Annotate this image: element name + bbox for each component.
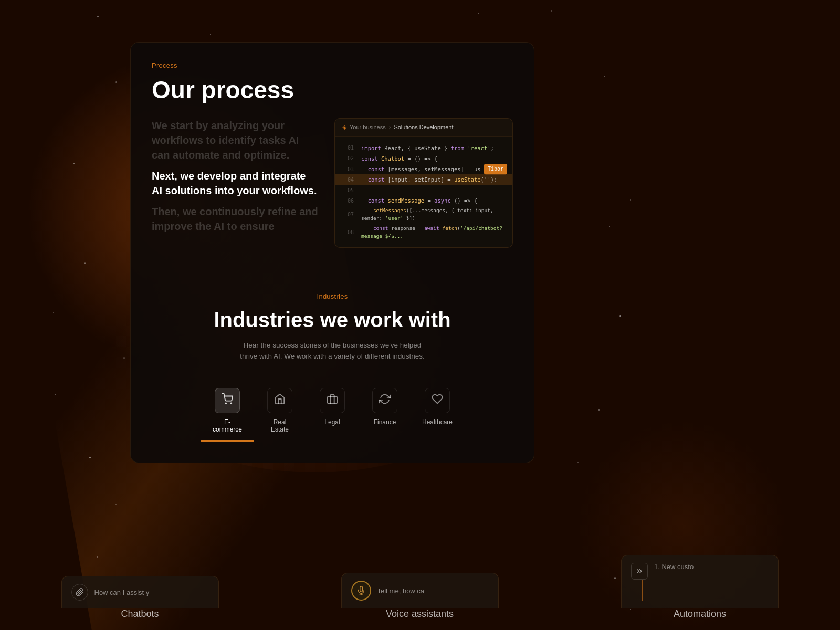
healthcare-label: Healthcare <box>422 418 453 426</box>
code-line-2: 02 const Chatbot = () => { <box>335 153 512 164</box>
healthcare-icon-wrap <box>425 388 450 413</box>
code-breadcrumb: ◈ Your business › Solutions Development <box>335 119 512 136</box>
code-line-5: 05 <box>335 185 512 196</box>
code-line-1: 01 import React, { useState } from 'reac… <box>335 143 512 153</box>
breadcrumb-icon: ◈ <box>342 124 346 131</box>
process-text-step1: We start by analyzing your workflows to … <box>152 118 319 162</box>
breadcrumb-item1: Your business <box>350 124 386 130</box>
tab-realestate[interactable]: Real Estate <box>254 381 306 442</box>
legal-icon-wrap <box>320 388 345 413</box>
voice-section: Tell me, how ca Voice assistants <box>280 573 560 630</box>
ecommerce-label: E-commerce <box>212 418 243 433</box>
automation-line <box>642 580 643 601</box>
chatbot-input-preview: How can I assist y <box>94 589 150 596</box>
realestate-icon <box>274 393 286 407</box>
code-panel: ◈ Your business › Solutions Development … <box>334 118 513 248</box>
process-text-step2: Next, we develop and integrate AI soluti… <box>152 169 319 198</box>
legal-icon <box>327 393 338 407</box>
chatbots-preview-card: How can I assist y <box>61 576 219 608</box>
main-card: Process Our process We start by analyzin… <box>130 42 534 463</box>
code-line-4: 04 const [input, setInput] = useState(''… <box>335 174 512 185</box>
ecommerce-icon-wrap <box>215 388 240 413</box>
finance-icon-wrap <box>372 388 397 413</box>
industry-tabs: E-commerce Real Estate <box>152 381 513 442</box>
chatbots-section: How can I assist y Chatbots <box>0 576 280 630</box>
code-editor: 01 import React, { useState } from 'reac… <box>335 136 512 248</box>
svg-point-0 <box>225 403 226 404</box>
svg-point-1 <box>230 403 232 404</box>
automation-icon-wrap <box>631 563 648 580</box>
process-title: Our process <box>152 77 513 103</box>
process-text-step3: Then, we continuously refine and improve… <box>152 204 319 234</box>
realestate-icon-wrap <box>267 388 292 413</box>
voice-label: Voice assistants <box>386 608 454 630</box>
code-line-6: 06 const sendMessage = async () => { <box>335 195 512 206</box>
code-line-3: 03 const [messages, setMessages] = us Ti… <box>335 164 512 174</box>
industries-subtitle: Hear the success stories of the business… <box>238 340 427 362</box>
ecommerce-icon <box>222 393 233 407</box>
process-section: Process Our process We start by analyzin… <box>131 43 534 269</box>
voice-preview-card: Tell me, how ca <box>341 573 499 608</box>
svg-rect-2 <box>328 397 337 404</box>
tab-healthcare[interactable]: Healthcare <box>411 381 464 442</box>
finance-label: Finance <box>374 418 396 426</box>
tab-ecommerce[interactable]: E-commerce <box>201 381 254 442</box>
breadcrumb-separator: › <box>389 124 391 130</box>
code-line-7: 07 setMessages([...messages, { text: inp… <box>335 206 512 223</box>
industries-section: Industries Industries we work with Hear … <box>131 269 534 463</box>
code-line-8: 08 const response = await fetch('/api/ch… <box>335 224 512 241</box>
realestate-label: Real Estate <box>264 418 296 433</box>
tab-finance[interactable]: Finance <box>359 381 411 442</box>
automations-preview-card: 1. New custo <box>621 555 779 608</box>
process-content: We start by analyzing your workflows to … <box>152 118 513 248</box>
process-label: Process <box>152 61 513 69</box>
healthcare-icon <box>432 393 443 407</box>
automation-text-preview: 1. New custo <box>654 563 694 571</box>
process-text-column: We start by analyzing your workflows to … <box>152 118 319 234</box>
industries-label: Industries <box>152 292 513 300</box>
breadcrumb-item2: Solutions Development <box>394 124 453 130</box>
microphone-icon-wrap <box>351 581 371 601</box>
voice-input-preview: Tell me, how ca <box>377 587 425 595</box>
industries-title: Industries we work with <box>152 308 513 332</box>
automations-label: Automations <box>674 608 726 630</box>
chatbots-label: Chatbots <box>121 608 159 630</box>
tibor-tooltip: Tibor <box>484 164 507 175</box>
finance-icon <box>379 393 391 407</box>
automations-section: 1. New custo Automations <box>560 555 840 630</box>
paperclip-icon-wrap <box>71 584 88 601</box>
legal-label: Legal <box>324 418 340 426</box>
tab-legal[interactable]: Legal <box>306 381 359 442</box>
